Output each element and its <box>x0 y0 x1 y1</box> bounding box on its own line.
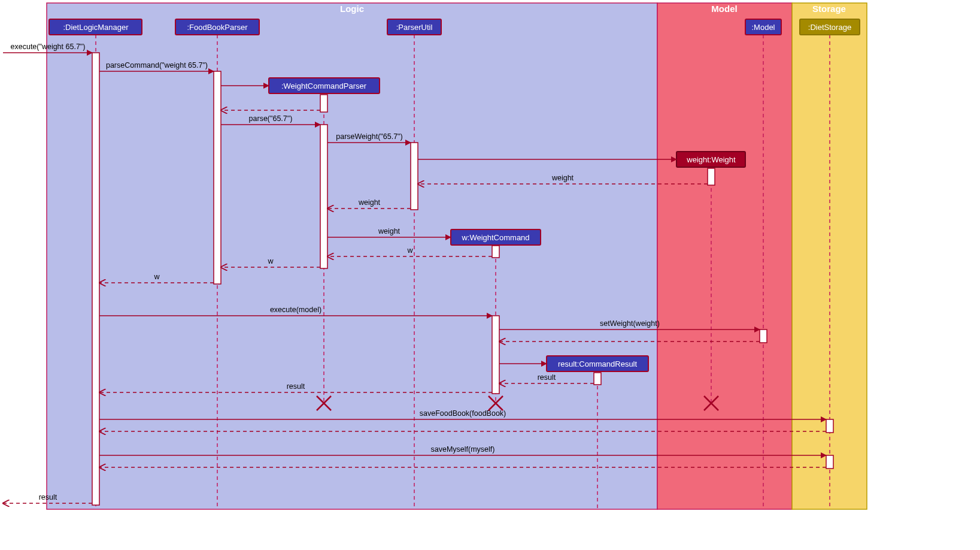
participant-parserutil-label: :ParserUtil <box>396 23 433 32</box>
msg-setweight-label: setWeight(weight) <box>600 319 660 328</box>
msg-w-return-2-label: w <box>267 257 274 265</box>
participant-weight: weight:Weight <box>676 152 745 167</box>
msg-result-return-1-label: result <box>538 373 556 382</box>
participant-dietlogicmanager-label: :DietLogicManager <box>63 23 129 32</box>
activation-wc-create <box>492 246 499 258</box>
participant-model: :Model <box>745 19 781 35</box>
participant-weight-label: weight:Weight <box>686 155 736 164</box>
activation-pu <box>411 143 418 210</box>
participant-weightcommand-label: w:WeightCommand <box>461 233 529 242</box>
msg-weight-to-wc-label: weight <box>378 227 401 235</box>
region-model-label: Model <box>711 4 737 14</box>
region-model: Model <box>657 3 792 509</box>
msg-result-out-label: result <box>39 493 57 501</box>
msg-result-return-2-label: result <box>287 382 305 391</box>
participant-dietstorage-label: :DietStorage <box>808 23 851 32</box>
msg-parseweight-label: parseWeight("65.7") <box>336 132 402 141</box>
participant-dietlogicmanager: :DietLogicManager <box>49 19 142 35</box>
participant-foodbookparser: :FoodBookParser <box>175 19 259 35</box>
msg-parsecommand-label: parseCommand("weight 65.7") <box>106 61 208 69</box>
msg-savemyself-label: saveMyself(myself) <box>431 445 495 454</box>
participant-model-label: :Model <box>751 23 775 32</box>
activation-mdl <box>760 330 767 343</box>
activation-wcp-create <box>320 95 327 112</box>
region-storage-label: Storage <box>812 4 846 14</box>
participant-parserutil: :ParserUtil <box>387 19 441 35</box>
msg-w-return-1-label: w <box>406 246 413 255</box>
participant-dietstorage: :DietStorage <box>800 19 860 35</box>
participant-foodbookparser-label: :FoodBookParser <box>187 23 248 32</box>
msg-weight-return-2-label: weight <box>358 198 381 207</box>
sequence-diagram: Logic Model Storage :DietLogicManager :F… <box>0 0 980 550</box>
participant-weightcommand: w:WeightCommand <box>451 229 541 245</box>
activation-wcp-parse <box>320 125 327 268</box>
activation-cr-create <box>594 373 601 385</box>
activation-ds-1 <box>826 419 833 433</box>
msg-execute-model-label: execute(model) <box>270 306 321 314</box>
activation-wc-exec <box>492 316 499 394</box>
msg-execute-weight-label: execute("weight 65.7") <box>11 43 86 51</box>
participant-weightcommandparser: :WeightCommandParser <box>269 78 380 93</box>
msg-weight-return-1-label: weight <box>551 174 574 182</box>
activation-ds-2 <box>826 455 833 469</box>
activation-fbp <box>214 71 221 284</box>
msg-parse-label: parse("65.7") <box>249 114 293 123</box>
region-logic-label: Logic <box>340 4 364 14</box>
svg-rect-1 <box>657 3 792 509</box>
activation-dlm <box>92 53 99 505</box>
participant-commandresult-label: result:CommandResult <box>558 359 638 368</box>
msg-w-return-3-label: w <box>153 273 160 281</box>
participant-commandresult: result:CommandResult <box>547 356 648 371</box>
msg-savefoodbook-label: saveFoodBook(foodBook) <box>420 409 506 418</box>
activation-weight-create <box>708 168 715 185</box>
participant-weightcommandparser-label: :WeightCommandParser <box>281 81 367 90</box>
